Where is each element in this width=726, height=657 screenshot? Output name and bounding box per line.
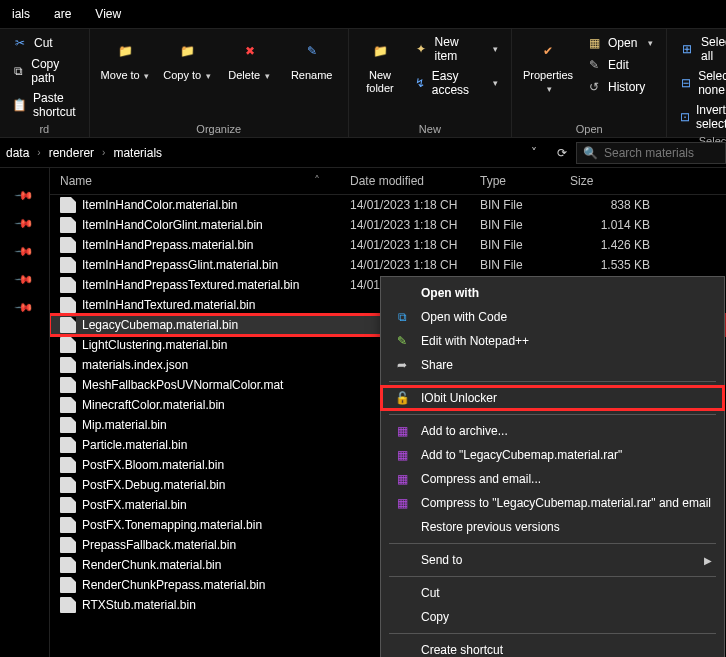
file-icon	[60, 237, 76, 253]
archive-icon: ▦	[393, 448, 411, 462]
archive-icon: ▦	[393, 472, 411, 486]
chevron-right-icon: ▶	[704, 555, 712, 566]
pin-icon[interactable]: 📌	[14, 185, 35, 206]
select-all-icon: ⊞	[679, 41, 695, 57]
refresh-icon: ⟳	[557, 146, 567, 160]
invert-selection-button[interactable]: ⊡Invert selection	[675, 101, 726, 133]
ctx-restore-versions[interactable]: Restore previous versions	[381, 515, 724, 539]
file-name: Particle.material.bin	[82, 438, 187, 452]
file-name: ItemInHandPrepass.material.bin	[82, 238, 253, 252]
column-size[interactable]: Size	[570, 174, 660, 188]
file-icon	[60, 557, 76, 573]
ctx-share[interactable]: ➦Share	[381, 353, 724, 377]
easy-access-button[interactable]: ↯Easy access▾	[409, 67, 503, 99]
move-to-button[interactable]: 📁Move to▾	[98, 33, 154, 87]
ctx-compress-email[interactable]: ▦Compress and email...	[381, 467, 724, 491]
properties-button[interactable]: ✔Properties▾	[520, 33, 576, 100]
cut-label: Cut	[34, 36, 53, 50]
tab-view[interactable]: View	[83, 1, 133, 27]
cut-button[interactable]: ✂Cut	[8, 33, 81, 53]
pin-icon[interactable]: 📌	[14, 297, 35, 318]
edit-button[interactable]: ✎Edit	[582, 55, 658, 75]
new-folder-label: New folder	[359, 69, 402, 95]
ctx-send-to[interactable]: Send to▶	[381, 548, 724, 572]
ctx-iobit-unlocker[interactable]: 🔓IObit Unlocker	[381, 386, 724, 410]
file-name: PostFX.Debug.material.bin	[82, 478, 225, 492]
file-icon	[60, 297, 76, 313]
table-row[interactable]: ItemInHandPrepass.material.bin14/01/2023…	[50, 235, 726, 255]
properties-label: Properties▾	[522, 69, 574, 96]
column-type[interactable]: Type	[480, 174, 570, 188]
share-icon: ➦	[393, 358, 411, 372]
refresh-button[interactable]: ⟳	[548, 146, 576, 160]
file-size: 1.535 KB	[570, 258, 660, 272]
breadcrumb[interactable]: data › renderer › materials	[0, 146, 168, 160]
ctx-add-rar[interactable]: ▦Add to "LegacyCubemap.material.rar"	[381, 443, 724, 467]
file-name: Mip.material.bin	[82, 418, 167, 432]
file-type: BIN File	[480, 258, 570, 272]
column-headers[interactable]: Name˄ Date modified Type Size	[50, 168, 726, 195]
file-icon	[60, 257, 76, 273]
ctx-compress-to-email[interactable]: ▦Compress to "LegacyCubemap.material.rar…	[381, 491, 724, 515]
file-icon	[60, 497, 76, 513]
pin-icon[interactable]: 📌	[14, 241, 35, 262]
history-button[interactable]: ↺History	[582, 77, 658, 97]
ctx-cut[interactable]: Cut	[381, 581, 724, 605]
ctx-open-with-code[interactable]: ⧉Open with Code	[381, 305, 724, 329]
new-folder-button[interactable]: 📁New folder	[357, 33, 404, 99]
column-date[interactable]: Date modified	[350, 174, 480, 188]
copy-to-icon: 📁	[174, 37, 202, 65]
sort-indicator-icon: ˄	[314, 174, 320, 188]
select-all-button[interactable]: ⊞Select all	[675, 33, 726, 65]
file-name: ItemInHandPrepassGlint.material.bin	[82, 258, 278, 272]
file-icon	[60, 597, 76, 613]
file-type: BIN File	[480, 238, 570, 252]
ctx-separator	[389, 381, 716, 382]
column-name[interactable]: Name˄	[60, 174, 350, 188]
table-row[interactable]: ItemInHandColorGlint.material.bin14/01/2…	[50, 215, 726, 235]
address-dropdown[interactable]: ˅	[520, 146, 548, 160]
search-icon: 🔍	[583, 146, 598, 160]
ctx-separator	[389, 576, 716, 577]
tab-share[interactable]: are	[42, 1, 83, 27]
notepadpp-icon: ✎	[393, 334, 411, 348]
file-name: RTXStub.material.bin	[82, 598, 196, 612]
pin-icon[interactable]: 📌	[14, 269, 35, 290]
tab-partial[interactable]: ials	[0, 1, 42, 27]
breadcrumb-item[interactable]: data	[6, 146, 29, 160]
copy-path-button[interactable]: ⧉Copy path	[8, 55, 81, 87]
file-size: 838 KB	[570, 198, 660, 212]
file-name: ItemInHandColorGlint.material.bin	[82, 218, 263, 232]
ctx-add-archive[interactable]: ▦Add to archive...	[381, 419, 724, 443]
pin-icon[interactable]: 📌	[14, 213, 35, 234]
select-none-button[interactable]: ⊟Select none	[675, 67, 726, 99]
ctx-create-shortcut[interactable]: Create shortcut	[381, 638, 724, 657]
ctx-copy[interactable]: Copy	[381, 605, 724, 629]
file-name: RenderChunkPrepass.material.bin	[82, 578, 265, 592]
open-button[interactable]: ▦Open▾	[582, 33, 658, 53]
file-date: 14/01/2023 1:18 CH	[350, 238, 480, 252]
table-row[interactable]: ItemInHandColor.material.bin14/01/2023 1…	[50, 195, 726, 215]
context-menu: Open with ⧉Open with Code ✎Edit with Not…	[380, 276, 725, 657]
paste-shortcut-button[interactable]: 📋Paste shortcut	[8, 89, 81, 121]
delete-button[interactable]: ✖Delete▾	[222, 33, 278, 87]
rename-label: Rename	[291, 69, 333, 82]
file-type: BIN File	[480, 198, 570, 212]
table-row[interactable]: ItemInHandPrepassGlint.material.bin14/01…	[50, 255, 726, 275]
new-item-button[interactable]: ✦New item▾	[409, 33, 503, 65]
file-icon	[60, 197, 76, 213]
ctx-edit-notepadpp[interactable]: ✎Edit with Notepad++	[381, 329, 724, 353]
breadcrumb-item[interactable]: renderer	[49, 146, 94, 160]
breadcrumb-item[interactable]: materials	[113, 146, 162, 160]
file-date: 14/01/2023 1:18 CH	[350, 218, 480, 232]
ctx-open-with[interactable]: Open with	[381, 281, 724, 305]
copy-to-label: Copy to▾	[163, 69, 212, 83]
copy-to-button[interactable]: 📁Copy to▾	[160, 33, 216, 87]
file-icon	[60, 517, 76, 533]
file-name: LegacyCubemap.material.bin	[82, 318, 238, 332]
delete-label: Delete▾	[228, 69, 271, 83]
search-input[interactable]: 🔍 Search materials	[576, 142, 726, 164]
chevron-down-icon: ▾	[493, 78, 499, 88]
file-name: ItemInHandPrepassTextured.material.bin	[82, 278, 299, 292]
rename-button[interactable]: ✎Rename	[284, 33, 340, 86]
